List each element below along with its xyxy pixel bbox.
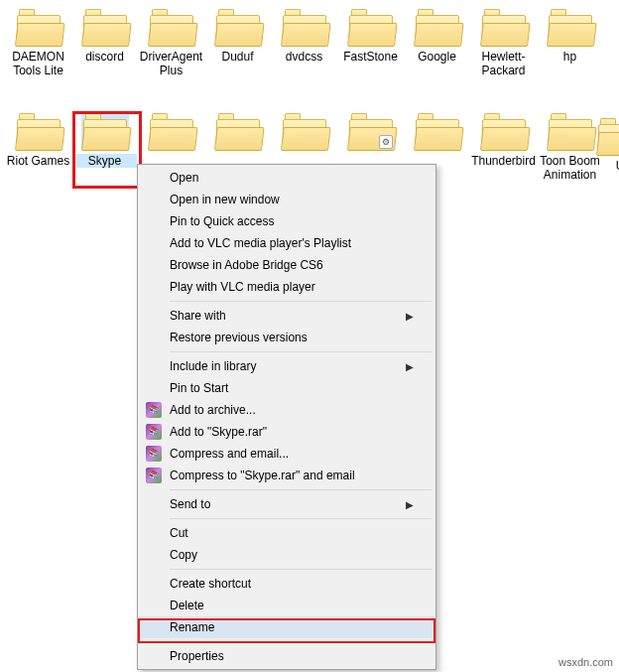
folder-icon	[414, 7, 461, 47]
folder-icon	[281, 7, 328, 47]
menu-label: Play with VLC media player	[170, 280, 315, 294]
attribution-text: wsxdn.com	[558, 656, 613, 668]
menu-include-library[interactable]: Include in library▶	[140, 355, 433, 377]
menu-share-with[interactable]: Share with▶	[140, 305, 433, 327]
context-menu: Open Open in new window Pin to Quick acc…	[137, 164, 436, 670]
folder-icon	[347, 7, 395, 47]
folder-icon	[480, 111, 528, 151]
menu-label: Create shortcut	[170, 577, 251, 591]
menu-send-to[interactable]: Send to▶	[140, 493, 433, 515]
menu-open[interactable]: Open	[140, 167, 433, 189]
folder-icon	[214, 7, 262, 47]
winrar-icon: 📚	[146, 402, 162, 418]
menu-label: Delete	[170, 599, 204, 612]
winrar-icon: 📚	[146, 424, 162, 440]
folder-driveragentplus[interactable]: DriverAgentPlus	[138, 5, 204, 99]
folder-icon	[281, 111, 328, 151]
folder-icon	[15, 111, 62, 151]
menu-add-skype-rar[interactable]: 📚Add to "Skype.rar"	[140, 421, 433, 443]
submenu-arrow-icon: ▶	[406, 499, 414, 510]
folder-label: Skype	[72, 154, 137, 168]
winrar-icon: 📚	[146, 446, 162, 462]
gear-icon: ⚙	[379, 135, 393, 149]
folder-label: dvdcss	[272, 50, 336, 64]
folder-partial-right[interactable]: U	[605, 114, 619, 208]
menu-add-vlc-playlist[interactable]: Add to VLC media player's Playlist	[140, 232, 433, 254]
folder-icon	[148, 7, 195, 47]
folder-icon: ⚙	[347, 111, 395, 151]
menu-pin-start[interactable]: Pin to Start	[140, 377, 433, 399]
menu-copy[interactable]: Copy	[140, 544, 433, 566]
menu-rename[interactable]: Rename	[140, 616, 433, 638]
menu-label: Add to "Skype.rar"	[170, 425, 267, 439]
menu-separator	[170, 641, 432, 642]
menu-create-shortcut[interactable]: Create shortcut	[140, 573, 433, 595]
menu-restore-previous[interactable]: Restore previous versions	[140, 327, 433, 348]
menu-properties[interactable]: Properties	[140, 645, 433, 667]
folder-toon-boom[interactable]: Toon Boom Animation	[537, 109, 603, 203]
folder-thunderbird[interactable]: Thunderbird	[470, 109, 537, 203]
menu-separator	[170, 569, 432, 570]
menu-open-new-window[interactable]: Open in new window	[140, 189, 433, 210]
menu-separator	[170, 489, 432, 490]
folder-icon	[214, 111, 262, 151]
menu-label: Open in new window	[170, 193, 280, 206]
folder-google[interactable]: Google	[404, 5, 470, 99]
menu-label: Compress and email...	[170, 447, 289, 461]
menu-add-archive[interactable]: 📚Add to archive...	[140, 399, 433, 421]
folder-dvdcss[interactable]: dvdcss	[271, 5, 337, 99]
menu-label: Share with	[170, 309, 226, 323]
folder-label: hp	[538, 50, 602, 64]
menu-separator	[170, 351, 432, 352]
folder-icon	[81, 7, 129, 47]
folder-icon	[414, 111, 461, 151]
menu-label: Open	[170, 171, 198, 185]
submenu-arrow-icon: ▶	[406, 311, 414, 322]
folder-icon	[596, 116, 619, 156]
folder-label: Riot Games	[6, 154, 70, 168]
folder-label: Duduf	[205, 50, 270, 64]
menu-label: Restore previous versions	[170, 331, 308, 344]
menu-separator	[170, 518, 432, 519]
menu-pin-quick-access[interactable]: Pin to Quick access	[140, 210, 433, 232]
folder-icon	[547, 7, 594, 47]
folder-icon	[81, 111, 129, 151]
folder-icon	[148, 111, 195, 151]
menu-play-vlc[interactable]: Play with VLC media player	[140, 276, 433, 298]
menu-compress-skype-email[interactable]: 📚Compress to "Skype.rar" and email	[140, 465, 433, 486]
menu-label: Include in library	[170, 359, 256, 373]
folder-faststone[interactable]: FastStone	[337, 5, 404, 99]
menu-label: Cut	[170, 526, 188, 540]
folder-label: DAEMON Tools Lite	[6, 50, 70, 77]
folder-label: DriverAgentPlus	[139, 50, 203, 77]
menu-label: Browse in Adobe Bridge CS6	[170, 258, 323, 272]
menu-label: Properties	[170, 649, 224, 663]
folder-hewlett-packard[interactable]: Hewlett-Packard	[470, 5, 537, 99]
folder-icon	[480, 7, 528, 47]
menu-delete[interactable]: Delete	[140, 595, 433, 616]
menu-label: Add to VLC media player's Playlist	[170, 236, 351, 250]
winrar-icon: 📚	[146, 468, 162, 483]
folder-skype[interactable]: Skype	[71, 109, 138, 203]
folder-daemon-tools[interactable]: DAEMON Tools Lite	[5, 5, 71, 99]
menu-cut[interactable]: Cut	[140, 522, 433, 544]
folder-icon	[15, 7, 62, 47]
folder-duduf[interactable]: Duduf	[204, 5, 271, 99]
submenu-arrow-icon: ▶	[406, 361, 414, 372]
menu-label: Pin to Start	[170, 381, 228, 395]
folder-riot-games[interactable]: Riot Games	[5, 109, 71, 203]
menu-browse-bridge[interactable]: Browse in Adobe Bridge CS6	[140, 254, 433, 276]
menu-separator	[170, 301, 432, 302]
folder-label: Hewlett-Packard	[471, 50, 536, 77]
menu-label: Pin to Quick access	[170, 214, 274, 228]
folder-label: Google	[405, 50, 469, 64]
menu-label: Add to archive...	[170, 403, 256, 417]
folder-label: FastStone	[338, 50, 403, 64]
folder-hp[interactable]: hp	[537, 5, 603, 99]
folder-discord[interactable]: discord	[71, 5, 138, 99]
menu-label: Copy	[170, 548, 197, 562]
menu-label: Send to	[170, 497, 210, 511]
menu-compress-email[interactable]: 📚Compress and email...	[140, 443, 433, 465]
desktop-area: DAEMON Tools Lite discord DriverAgentPlu…	[0, 0, 619, 672]
menu-label: Rename	[170, 620, 214, 634]
